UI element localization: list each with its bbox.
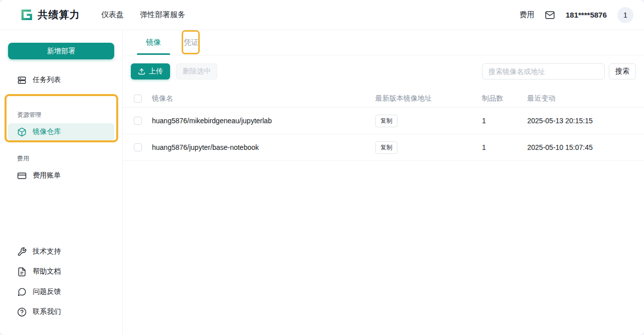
brand-name: 共绩算力 xyxy=(38,8,80,22)
sidebar: 新增部署 任务列表 资源管理 xyxy=(0,30,123,334)
tab-credentials[interactable]: 凭证 xyxy=(184,30,199,55)
brand-logo[interactable]: 共绩算力 xyxy=(19,8,80,22)
last-updated-cell: 2025-05-10 15:07:45 xyxy=(527,143,636,151)
search-input[interactable] xyxy=(482,63,605,79)
sidebar-item-label: 费用账单 xyxy=(33,171,61,180)
sidebar-item-help-docs[interactable]: 帮助文档 xyxy=(8,263,114,280)
copy-button[interactable]: 复制 xyxy=(375,141,397,154)
sidebar-section-resource: 资源管理 xyxy=(17,111,114,119)
chat-bubble-icon xyxy=(17,287,27,297)
images-table: 镜像名 最新版本镜像地址 制品数 最近变动 huang5876/mikebird… xyxy=(123,90,644,161)
header-billing-link[interactable]: 费用 xyxy=(519,10,534,20)
document-icon xyxy=(17,267,27,277)
sidebar-item-feedback[interactable]: 问题反馈 xyxy=(8,283,114,300)
artifact-count-cell: 1 xyxy=(482,143,527,151)
column-header-latest-address: 最新版本镜像地址 xyxy=(375,94,482,103)
new-deployment-button[interactable]: 新增部署 xyxy=(8,43,114,59)
sidebar-item-billing-statement[interactable]: 费用账单 xyxy=(8,167,114,184)
app-window: 共绩算力 仪表盘 弹性部署服务 费用 181****5876 1 新增部署 xyxy=(0,0,644,335)
main-content: 镜像 凭证 上传 删除选中 搜索 xyxy=(123,30,644,334)
wrench-icon xyxy=(17,247,27,257)
sidebar-item-task-list[interactable]: 任务列表 xyxy=(8,71,114,89)
server-stack-icon xyxy=(17,75,27,85)
header-nav: 仪表盘 弹性部署服务 xyxy=(101,10,185,20)
search-button[interactable]: 搜索 xyxy=(609,63,636,79)
sidebar-footer: 技术支持 帮助文档 xyxy=(8,243,114,320)
sidebar-item-tech-support[interactable]: 技术支持 xyxy=(8,243,114,260)
delete-selected-button[interactable]: 删除选中 xyxy=(176,63,217,79)
table-header-row: 镜像名 最新版本镜像地址 制品数 最近变动 xyxy=(123,90,644,108)
last-updated-cell: 2025-05-13 20:15:15 xyxy=(527,117,636,125)
upload-icon xyxy=(138,68,145,75)
tab-bar: 镜像 凭证 xyxy=(123,30,644,55)
column-header-artifact-count: 制品数 xyxy=(482,94,527,103)
package-icon xyxy=(17,127,27,137)
user-avatar[interactable]: 1 xyxy=(617,7,633,23)
header-right-cluster: 费用 181****5876 1 xyxy=(519,7,633,23)
sidebar-item-label: 问题反馈 xyxy=(33,287,61,296)
select-all-checkbox[interactable] xyxy=(134,95,142,103)
sidebar-item-label: 技术支持 xyxy=(33,247,61,256)
sidebar-item-image-repo[interactable]: 镜像仓库 xyxy=(8,123,114,140)
user-phone-number[interactable]: 181****5876 xyxy=(566,11,607,19)
table-row: huang5876/jupyter/base-notebook 复制 1 202… xyxy=(123,134,644,161)
address-cell: 复制 xyxy=(375,115,482,127)
sidebar-item-label: 任务列表 xyxy=(33,75,61,85)
search-group: 搜索 xyxy=(482,63,636,79)
copy-button[interactable]: 复制 xyxy=(375,115,397,127)
sidebar-section-billing: 费用 xyxy=(17,154,114,163)
tab-images[interactable]: 镜像 xyxy=(137,30,170,55)
upload-button[interactable]: 上传 xyxy=(131,63,170,79)
image-name-cell: huang5876/jupyter/base-notebook xyxy=(152,143,375,151)
brand-logo-icon xyxy=(19,8,33,22)
mail-icon[interactable] xyxy=(545,10,555,20)
row-checkbox[interactable] xyxy=(134,143,142,151)
sidebar-item-label: 帮助文档 xyxy=(33,267,61,276)
table-row: huang5876/mikebirdgeneau/jupyterlab 复制 1… xyxy=(123,108,644,134)
sidebar-item-label: 镜像仓库 xyxy=(33,127,61,136)
toolbar: 上传 删除选中 搜索 xyxy=(123,55,644,79)
nav-item-elastic-deploy[interactable]: 弹性部署服务 xyxy=(140,10,185,20)
top-header: 共绩算力 仪表盘 弹性部署服务 费用 181****5876 1 xyxy=(0,0,644,30)
sidebar-item-label: 联系我们 xyxy=(33,307,61,316)
credit-card-icon xyxy=(17,171,27,181)
artifact-count-cell: 1 xyxy=(482,117,527,125)
nav-item-dashboard[interactable]: 仪表盘 xyxy=(101,10,124,20)
sidebar-item-contact-us[interactable]: 联系我们 xyxy=(8,303,114,320)
help-circle-icon xyxy=(17,307,27,317)
column-header-image-name: 镜像名 xyxy=(152,94,375,103)
image-name-cell: huang5876/mikebirdgeneau/jupyterlab xyxy=(152,117,375,125)
column-header-last-updated: 最近变动 xyxy=(527,94,636,103)
row-checkbox[interactable] xyxy=(134,117,142,125)
address-cell: 复制 xyxy=(375,141,482,154)
upload-button-label: 上传 xyxy=(149,67,163,76)
